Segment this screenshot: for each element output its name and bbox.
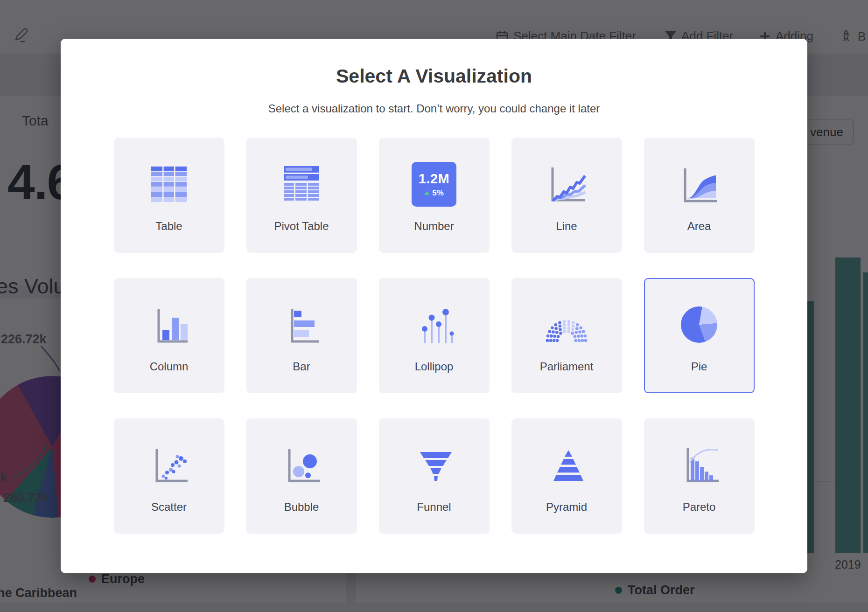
viz-option-pie[interactable]: Pie	[644, 278, 755, 393]
viz-option-pivot-table[interactable]: Pivot Table	[246, 138, 357, 253]
viz-option-label: Pyramid	[546, 501, 587, 514]
pareto-chart-icon	[678, 442, 721, 488]
viz-option-label: Pivot Table	[274, 220, 329, 233]
viz-option-label: Line	[556, 220, 577, 233]
viz-option-column[interactable]: Column	[114, 278, 224, 393]
viz-option-table[interactable]: Table	[114, 138, 224, 253]
viz-option-number[interactable]: 1.2M 5% Number	[379, 138, 490, 253]
viz-option-pyramid[interactable]: Pyramid	[511, 418, 622, 534]
up-triangle-icon	[424, 191, 430, 195]
parliament-chart-icon	[543, 301, 590, 348]
column-chart-icon	[147, 301, 190, 348]
visualization-grid: Table	[114, 138, 755, 534]
viz-option-label: Lollipop	[415, 360, 454, 373]
app-window: Select Main Date Filter Add Filter Addin…	[0, 0, 868, 612]
funnel-chart-icon	[413, 442, 455, 488]
modal-title: Select A Visualization	[61, 65, 807, 87]
viz-option-label: Area	[687, 220, 711, 233]
viz-option-funnel[interactable]: Funnel	[379, 418, 490, 534]
table-icon	[147, 161, 190, 208]
viz-option-bar[interactable]: Bar	[246, 278, 357, 393]
number-icon-delta: 5%	[432, 188, 444, 198]
number-icon-value: 1.2M	[419, 171, 449, 187]
modal-subtitle: Select a visualization to start. Don’t w…	[61, 102, 807, 115]
bubble-chart-icon	[280, 442, 323, 488]
viz-option-label: Table	[155, 220, 182, 233]
viz-option-label: Pie	[691, 360, 707, 373]
lollipop-chart-icon	[413, 301, 455, 348]
viz-option-parliament[interactable]: Parliament	[511, 278, 622, 393]
viz-option-label: Number	[414, 220, 454, 233]
bar-chart-icon	[280, 301, 323, 348]
viz-option-label: Parliament	[540, 360, 594, 373]
select-visualization-modal: Select A Visualization Select a visualiz…	[61, 39, 807, 573]
viz-option-label: Scatter	[151, 501, 187, 514]
viz-option-label: Funnel	[417, 501, 451, 514]
viz-option-area[interactable]: Area	[644, 138, 755, 253]
viz-option-bubble[interactable]: Bubble	[246, 418, 357, 534]
viz-option-label: Bubble	[284, 501, 319, 514]
pivot-table-icon	[280, 161, 323, 208]
viz-option-scatter[interactable]: Scatter	[114, 418, 224, 534]
viz-option-label: Bar	[293, 360, 310, 373]
viz-option-line[interactable]: Line	[511, 138, 622, 253]
pie-chart-icon	[681, 301, 717, 348]
area-chart-icon	[678, 161, 721, 208]
viz-option-pareto[interactable]: Pareto	[644, 418, 755, 534]
viz-option-lollipop[interactable]: Lollipop	[379, 278, 490, 393]
line-chart-icon	[545, 161, 588, 208]
pyramid-chart-icon	[545, 442, 588, 488]
scatter-chart-icon	[147, 442, 190, 488]
number-icon: 1.2M 5%	[412, 161, 456, 208]
viz-option-label: Column	[150, 360, 189, 373]
viz-option-label: Pareto	[683, 501, 716, 514]
